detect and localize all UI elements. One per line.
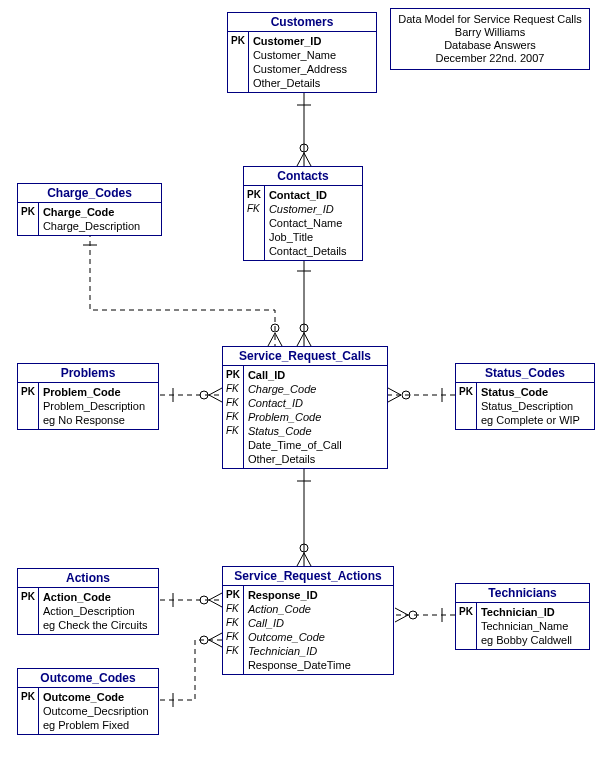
er-diagram-canvas: { "note": { "line1": "Data Model for Ser… xyxy=(0,0,604,769)
field-name: Outcome_Decsription xyxy=(43,704,154,718)
field-name: Contact_ID xyxy=(248,396,383,410)
key-indicator xyxy=(21,219,35,233)
field-name: Contact_ID xyxy=(269,188,358,202)
entity-title: Actions xyxy=(18,569,158,588)
field-name: Problem_Code xyxy=(248,410,383,424)
entity-title: Contacts xyxy=(244,167,362,186)
key-indicator xyxy=(226,452,240,466)
key-indicator: FK xyxy=(226,396,240,410)
field-name: Charge_Description xyxy=(43,219,157,233)
key-indicator: PK xyxy=(226,368,240,382)
entity-outcome-codes: Outcome_CodesPK Outcome_CodeOutcome_Decs… xyxy=(17,668,159,735)
key-indicator: PK xyxy=(226,588,240,602)
field-name: Status_Code xyxy=(248,424,383,438)
entity-title: Status_Codes xyxy=(456,364,594,383)
entity-title: Technicians xyxy=(456,584,589,603)
svg-point-33 xyxy=(200,596,208,604)
field-name: Customer_ID xyxy=(253,34,372,48)
key-indicator xyxy=(21,399,35,413)
key-indicator xyxy=(459,633,473,647)
key-indicator: FK xyxy=(226,644,240,658)
field-name: Technician_ID xyxy=(248,644,389,658)
svg-line-16 xyxy=(209,388,222,395)
key-indicator: FK xyxy=(226,424,240,438)
svg-line-21 xyxy=(388,388,401,395)
svg-point-4 xyxy=(300,144,308,152)
key-indicator xyxy=(231,76,245,90)
field-name: Problem_Description xyxy=(43,399,154,413)
entity-customers: CustomersPK Customer_IDCustomer_NameCust… xyxy=(227,12,377,93)
svg-line-12 xyxy=(275,333,282,346)
svg-point-28 xyxy=(300,544,308,552)
key-indicator xyxy=(231,48,245,62)
key-indicator xyxy=(247,244,261,258)
svg-point-13 xyxy=(271,324,279,332)
svg-line-32 xyxy=(209,600,222,607)
svg-line-11 xyxy=(268,333,275,346)
note-line: Database Answers xyxy=(397,39,583,52)
key-indicator: FK xyxy=(247,202,261,216)
svg-line-3 xyxy=(304,153,311,166)
field-name: Call_ID xyxy=(248,616,389,630)
key-indicator xyxy=(21,718,35,732)
svg-point-23 xyxy=(402,391,410,399)
key-indicator: PK xyxy=(231,34,245,48)
svg-line-22 xyxy=(388,395,401,402)
key-indicator: FK xyxy=(226,630,240,644)
field-name: eg Complete or WIP xyxy=(481,413,590,427)
key-indicator xyxy=(21,618,35,632)
field-name: Response_DateTime xyxy=(248,658,389,672)
field-name: Response_ID xyxy=(248,588,389,602)
field-name: Action_Code xyxy=(248,602,389,616)
entity-charge-codes: Charge_CodesPK Charge_CodeCharge_Descrip… xyxy=(17,183,162,236)
entity-status-codes: Status_CodesPK Status_CodeStatus_Descrip… xyxy=(455,363,595,430)
field-name: Job_Title xyxy=(269,230,358,244)
note-line: December 22nd. 2007 xyxy=(397,52,583,65)
entity-problems: ProblemsPK Problem_CodeProblem_Descripti… xyxy=(17,363,159,430)
svg-line-35 xyxy=(209,633,222,640)
field-name: eg Bobby Caldwell xyxy=(481,633,585,647)
field-name: Date_Time_of_Call xyxy=(248,438,383,452)
key-indicator: FK xyxy=(226,410,240,424)
field-name: Charge_Code xyxy=(43,205,157,219)
field-name: Outcome_Code xyxy=(43,690,154,704)
svg-line-41 xyxy=(395,615,408,622)
key-indicator: PK xyxy=(21,385,35,399)
field-name: eg Check the Circuits xyxy=(43,618,154,632)
field-name: Contact_Details xyxy=(269,244,358,258)
svg-line-8 xyxy=(304,333,311,346)
field-name: Charge_Code xyxy=(248,382,383,396)
svg-point-18 xyxy=(200,391,208,399)
key-indicator xyxy=(226,438,240,452)
key-indicator xyxy=(459,413,473,427)
svg-point-37 xyxy=(200,636,208,644)
field-name: Technician_ID xyxy=(481,605,585,619)
key-indicator xyxy=(247,230,261,244)
key-indicator: FK xyxy=(226,382,240,396)
svg-point-42 xyxy=(409,611,417,619)
field-name: Status_Code xyxy=(481,385,590,399)
field-name: eg No Response xyxy=(43,413,154,427)
key-indicator xyxy=(459,619,473,633)
svg-line-40 xyxy=(395,608,408,615)
entity-title: Problems xyxy=(18,364,158,383)
entity-technicians: TechniciansPK Technician_IDTechnician_Na… xyxy=(455,583,590,650)
key-indicator: PK xyxy=(21,690,35,704)
field-name: Problem_Code xyxy=(43,385,154,399)
key-indicator: PK xyxy=(21,205,35,219)
svg-line-7 xyxy=(297,333,304,346)
note-line: Barry Williams xyxy=(397,26,583,39)
field-name: Customer_Address xyxy=(253,62,372,76)
field-name: Other_Details xyxy=(253,76,372,90)
svg-line-27 xyxy=(304,553,311,566)
key-indicator xyxy=(459,399,473,413)
svg-point-9 xyxy=(300,324,308,332)
field-name: Outcome_Code xyxy=(248,630,389,644)
entity-title: Service_Request_Actions xyxy=(223,567,393,586)
entity-service-request-calls: Service_Request_CallsPKFKFKFKFK Call_IDC… xyxy=(222,346,388,469)
key-indicator xyxy=(231,62,245,76)
field-name: Action_Code xyxy=(43,590,154,604)
key-indicator: FK xyxy=(226,602,240,616)
entity-title: Charge_Codes xyxy=(18,184,161,203)
entity-title: Customers xyxy=(228,13,376,32)
